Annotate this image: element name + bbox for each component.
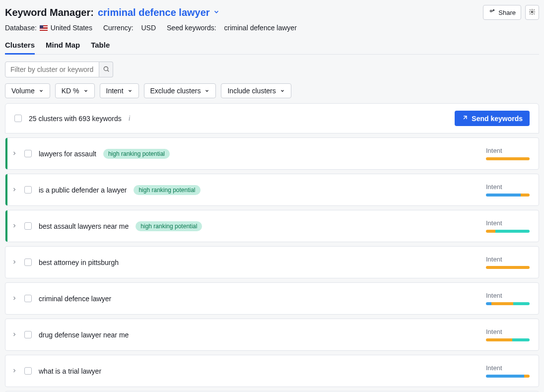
send-keywords-button[interactable]: Send keywords [455, 111, 530, 126]
cluster-checkbox[interactable] [24, 259, 32, 266]
cluster-checkbox[interactable] [24, 186, 32, 194]
intent-bar [486, 230, 530, 233]
select-all-checkbox[interactable] [14, 115, 22, 122]
cluster-row: what is a trial lawyer Intent [5, 355, 539, 387]
cluster-checkbox[interactable] [24, 331, 32, 338]
chevron-down-icon [83, 87, 88, 95]
search-input[interactable] [5, 62, 99, 77]
svg-point-0 [490, 10, 492, 12]
cluster-checkbox[interactable] [24, 295, 32, 302]
share-icon [488, 8, 495, 17]
svg-point-3 [104, 66, 108, 70]
filter-include-clusters[interactable]: Include clusters [221, 83, 291, 98]
chevron-right-icon[interactable] [11, 367, 17, 375]
share-button[interactable]: Share [483, 5, 521, 20]
cluster-name: drug defense lawyer near me [39, 331, 129, 339]
cluster-name: lawyers for assault [39, 150, 96, 158]
currency-meta: Currency: USD [103, 24, 156, 32]
cluster-name: what is a trial lawyer [39, 367, 101, 375]
intent-bar [486, 375, 530, 378]
intent-bar [486, 194, 530, 196]
chevron-right-icon[interactable] [11, 222, 17, 230]
chevron-down-icon [280, 87, 285, 95]
gear-icon [529, 8, 536, 17]
chevron-right-icon[interactable] [11, 259, 17, 266]
cluster-row: is a public defender a lawyer high ranki… [5, 174, 539, 206]
page-title-keyword[interactable]: criminal defence lawyer [98, 7, 210, 18]
filter-exclude-clusters[interactable]: Exclude clusters [144, 83, 216, 98]
cluster-checkbox[interactable] [24, 222, 32, 230]
tab-mind-map[interactable]: Mind Map [46, 37, 80, 54]
svg-line-4 [107, 70, 109, 71]
cluster-row: best assault lawyers near me high rankin… [5, 210, 539, 242]
cluster-row: best attorney in pittsburgh Intent [5, 246, 539, 278]
hrp-badge: high ranking potential [134, 185, 200, 195]
cluster-row: criminal defence lawyer Intent [5, 282, 539, 315]
summary-text: 25 clusters with 693 keywords [29, 115, 122, 123]
intent-label: Intent [486, 292, 502, 299]
seed-meta: Seed keywords: criminal defence lawyer [167, 24, 297, 32]
database-meta: Database: United States [5, 24, 92, 32]
chevron-right-icon[interactable] [11, 295, 17, 303]
intent-bar [486, 157, 530, 160]
search-icon [103, 65, 110, 74]
intent-bar [486, 266, 530, 269]
cluster-name: best attorney in pittsburgh [39, 259, 119, 266]
chevron-right-icon[interactable] [11, 331, 17, 339]
hrp-badge: high ranking potential [136, 221, 202, 231]
filter-kd[interactable]: KD % [55, 83, 95, 98]
intent-label: Intent [486, 183, 502, 191]
filter-intent[interactable]: Intent [100, 83, 139, 98]
filter-volume[interactable]: Volume [5, 83, 50, 98]
intent-label: Intent [486, 256, 502, 263]
chevron-down-icon [128, 87, 133, 95]
us-flag-icon [40, 25, 48, 31]
intent-label: Intent [486, 328, 502, 335]
cluster-name: criminal defence lawyer [39, 295, 111, 303]
intent-label: Intent [486, 219, 502, 227]
intent-bar [486, 338, 530, 341]
tab-table[interactable]: Table [91, 37, 110, 54]
chevron-right-icon[interactable] [11, 186, 17, 194]
cluster-row: lawyers for assault high ranking potenti… [5, 137, 539, 170]
settings-button[interactable] [525, 5, 539, 20]
intent-bar [486, 302, 530, 305]
intent-label: Intent [486, 364, 502, 372]
chevron-down-icon [204, 87, 209, 95]
svg-point-1 [493, 9, 494, 10]
svg-point-2 [531, 11, 533, 13]
chevron-down-icon [39, 87, 44, 95]
info-icon[interactable]: i [129, 115, 131, 123]
cluster-name: best assault lawyers near me [39, 222, 129, 230]
cluster-checkbox[interactable] [24, 367, 32, 375]
chevron-right-icon[interactable] [11, 150, 17, 158]
page-title-label: Keyword Manager: [5, 7, 94, 18]
intent-label: Intent [486, 147, 502, 154]
view-tabs: Clusters Mind Map Table [5, 37, 539, 55]
cluster-row: drug defense lawyer near me Intent [5, 319, 539, 351]
share-button-label: Share [498, 9, 516, 16]
chevron-down-icon[interactable] [213, 8, 220, 17]
search-button[interactable] [99, 62, 113, 77]
send-icon [462, 114, 469, 123]
cluster-name: is a public defender a lawyer [39, 186, 127, 194]
cluster-checkbox[interactable] [24, 150, 32, 157]
hrp-badge: high ranking potential [103, 149, 170, 159]
tab-clusters[interactable]: Clusters [5, 37, 35, 54]
